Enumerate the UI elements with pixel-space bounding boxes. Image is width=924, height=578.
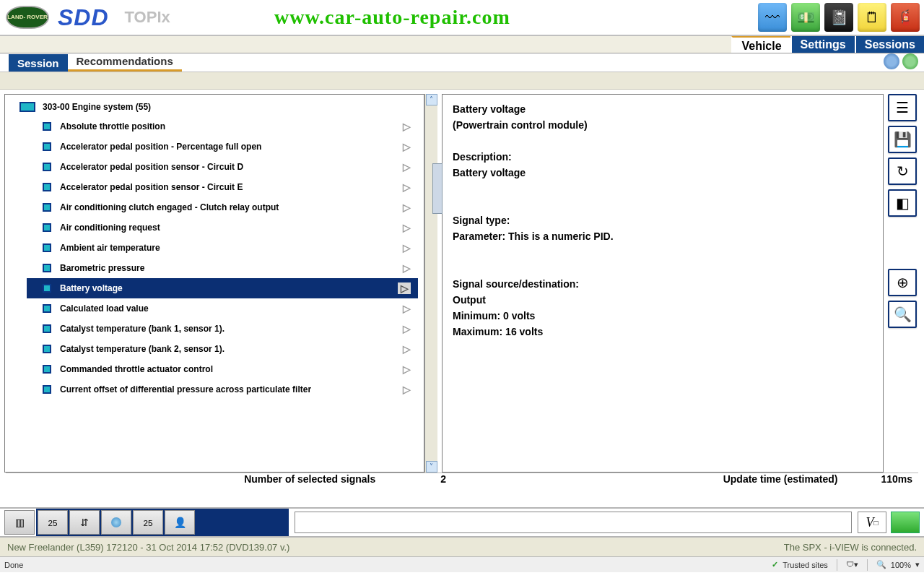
tree-item[interactable]: Barometric pressure▷ <box>27 258 418 278</box>
expand-icon[interactable]: ▷ <box>403 262 411 274</box>
detail-max: Maximum: 16 volts <box>453 324 873 339</box>
tree-item-label: Calculated load value <box>60 303 149 314</box>
detail-sigtype-label: Signal type: <box>453 213 873 228</box>
signal-detail-panel: Battery voltage (Powertrain control modu… <box>442 94 884 473</box>
main-tabs: Vehicle Settings Sessions <box>0 36 924 53</box>
detail-src-label: Signal source/destination: <box>453 277 873 291</box>
detail-title: Battery voltage <box>453 102 873 116</box>
tool-user-button[interactable]: 👤 <box>165 510 195 535</box>
sub-tabs: Session Recommendations <box>0 53 924 72</box>
tree-item-label: Current offset of differential pressure … <box>60 384 311 394</box>
tool-signals-button[interactable]: ⇵ <box>69 510 100 535</box>
zoom-dropdown-icon[interactable]: ▾ <box>915 560 920 569</box>
expand-icon[interactable]: ▷ <box>403 222 411 233</box>
scroll-thumb[interactable] <box>432 163 443 214</box>
bottom-toolbar: ▥ 25 ⇵ 25 👤 V□ <box>0 507 924 538</box>
signal-icon <box>43 345 51 353</box>
list-view-button[interactable]: ☰ <box>888 94 917 121</box>
tree-item[interactable]: Catalyst temperature (bank 1, sensor 1).… <box>27 319 418 339</box>
brand-logo-icon: LAND- ROVER <box>6 6 49 29</box>
diagnostics-icon[interactable]: 〰 <box>758 3 787 32</box>
inspect-button[interactable]: 🔍 <box>888 301 917 328</box>
expand-icon[interactable]: ▷ <box>403 161 411 173</box>
tree-item[interactable]: Battery voltage▷ <box>27 278 418 298</box>
tree-item-label: Accelerator pedal position sensor - Circ… <box>60 182 243 192</box>
signal-icon <box>43 122 51 131</box>
zoom-icon[interactable]: 🔍 <box>876 560 886 569</box>
subtab-session[interactable]: Session <box>9 54 68 72</box>
check-icon: ✓ <box>772 560 778 569</box>
tree-item[interactable]: Accelerator pedal position - Percentage … <box>27 137 418 157</box>
tree-item-label: Commanded throttle actuator control <box>60 364 213 374</box>
status-dot-icon[interactable] <box>902 53 918 69</box>
command-input[interactable] <box>295 512 852 533</box>
tree-item[interactable]: Current offset of differential pressure … <box>27 379 418 400</box>
tab-vehicle[interactable]: Vehicle <box>731 36 790 53</box>
tool-speed-alt-button[interactable]: 25 <box>133 510 163 535</box>
detail-desc: Battery voltage <box>453 165 873 180</box>
tree-item[interactable]: Accelerator pedal position sensor - Circ… <box>27 177 418 197</box>
app-header: LAND- ROVER SDD TOPIx www.car-auto-repai… <box>0 0 924 36</box>
session-status-bar: New Freelander (L359) 172120 - 31 Oct 20… <box>0 538 924 556</box>
tree-item-label: Barometric pressure <box>60 263 144 273</box>
tab-settings[interactable]: Settings <box>790 36 855 53</box>
erase-button[interactable]: ◧ <box>888 189 917 217</box>
signal-tree: 303-00 Engine system (55) Absolute throt… <box>4 94 424 473</box>
expand-icon[interactable]: ▷ <box>403 121 411 132</box>
expand-icon[interactable]: ▷ <box>403 181 411 193</box>
tree-item[interactable]: Accelerator pedal position sensor - Circ… <box>27 157 418 177</box>
expand-icon[interactable]: ▷ <box>403 303 411 314</box>
tree-item[interactable]: Ambient air temperature▷ <box>27 238 418 258</box>
tree-item[interactable]: Catalyst temperature (bank 2, sensor 1).… <box>27 339 418 359</box>
signal-icon <box>43 264 51 272</box>
refresh-button[interactable]: ↻ <box>888 158 917 185</box>
battery-icon[interactable] <box>891 512 920 533</box>
detail-module: (Powertrain control module) <box>453 118 873 132</box>
subtab-recommendations[interactable]: Recommendations <box>68 52 182 72</box>
tree-category[interactable]: 303-00 Engine system (55) <box>19 102 418 112</box>
sticky-note-icon[interactable]: 🗒 <box>858 3 886 32</box>
signal-icon <box>43 183 51 191</box>
tree-item[interactable]: Air conditioning clutch engaged - Clutch… <box>27 197 418 217</box>
tree-item[interactable]: Air conditioning request▷ <box>27 217 418 238</box>
detail-desc-label: Description: <box>453 150 873 164</box>
expand-icon[interactable]: ▷ <box>403 141 411 152</box>
signal-icon <box>43 385 51 394</box>
money-icon[interactable]: 💵 <box>791 3 820 32</box>
detail-src: Output <box>453 293 873 307</box>
side-toolbar: ☰ 💾 ↻ ◧ ⊕ 🔍 <box>888 94 920 473</box>
tool-panel-button[interactable]: ▥ <box>4 510 35 535</box>
zoom-level[interactable]: 100% <box>891 561 911 569</box>
expand-icon[interactable]: ▷ <box>403 202 411 213</box>
app-title: SDD <box>58 4 109 31</box>
tool-globe-button[interactable] <box>101 510 131 535</box>
scroll-down-icon[interactable]: ˅ <box>426 461 437 473</box>
protected-mode-icon[interactable]: 🛡▾ <box>846 560 858 569</box>
expand-icon[interactable]: ▷ <box>403 363 411 375</box>
topix-link[interactable]: TOPIx <box>125 8 170 27</box>
expand-icon[interactable]: ▷ <box>403 343 411 355</box>
voltage-button[interactable]: V□ <box>858 512 886 533</box>
scroll-up-icon[interactable]: ˄ <box>426 94 437 105</box>
expand-icon[interactable]: ▷ <box>403 384 411 395</box>
tree-item[interactable]: Commanded throttle actuator control▷ <box>27 359 418 379</box>
module-icon <box>19 102 35 112</box>
expand-icon[interactable]: ▷ <box>403 323 411 335</box>
expand-icon[interactable]: ▷ <box>403 242 411 254</box>
save-button[interactable]: 💾 <box>888 126 917 153</box>
tree-item-label: Accelerator pedal position - Percentage … <box>60 142 261 152</box>
signal-icon <box>43 223 51 232</box>
selected-signals-label: Number of selected signals <box>244 473 375 488</box>
config-button[interactable]: ⊕ <box>888 269 917 296</box>
tree-scrollbar[interactable]: ˄ ˅ <box>424 94 437 473</box>
tool-speed-25-button[interactable]: 25 <box>38 510 68 535</box>
tools-icon[interactable]: 🧯 <box>891 3 920 32</box>
expand-icon[interactable]: ▷ <box>398 282 411 294</box>
tab-sessions[interactable]: Sessions <box>855 36 924 53</box>
camera-icon[interactable] <box>884 53 899 69</box>
browser-status-bar: Done ✓ Trusted sites 🛡▾ 🔍 100% ▾ <box>0 556 924 572</box>
notes-icon[interactable]: 📓 <box>824 3 853 32</box>
tree-item[interactable]: Absolute throttle position▷ <box>27 116 418 137</box>
signal-icon <box>43 284 51 293</box>
tree-item[interactable]: Calculated load value▷ <box>27 298 418 319</box>
